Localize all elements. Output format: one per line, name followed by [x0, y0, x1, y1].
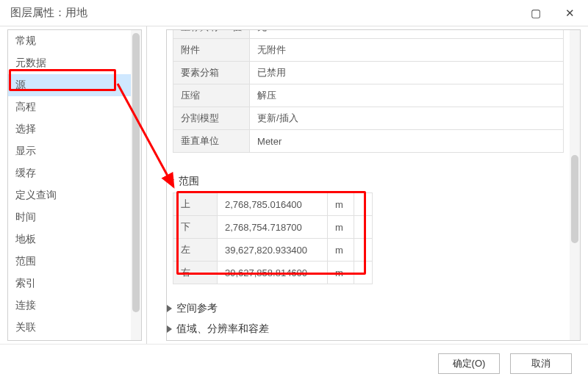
section-label-domain: 值域、分辨率和容差 — [176, 322, 269, 336]
chevron-right-icon — [167, 305, 172, 312]
info-key: 要素分箱 — [173, 62, 250, 84]
close-button[interactable]: ✕ — [553, 1, 587, 25]
sidebar-item[interactable]: 时间 — [8, 206, 131, 228]
content-canvas: 坐标具有 M 值无附件无附件要素分箱已禁用压缩解压分割模型更新/插入垂直单位Me… — [167, 29, 570, 340]
sidebar-item[interactable]: 索引 — [8, 273, 131, 295]
ok-button[interactable]: 确定(O) — [438, 353, 500, 374]
extent-key: 上 — [173, 193, 218, 216]
extent-spacer — [354, 239, 373, 262]
sidebar-item[interactable]: 选择 — [8, 118, 131, 140]
info-key: 分割模型 — [173, 107, 250, 130]
sidebar-item[interactable]: 范围 — [8, 251, 131, 273]
window-title: 图层属性：用地 — [10, 6, 519, 20]
section-label-spatialref: 空间参考 — [176, 302, 218, 315]
chevron-right-icon — [167, 325, 172, 333]
section-label-extent: 范围 — [179, 175, 199, 188]
sidebar-item[interactable]: 显示 — [8, 140, 131, 162]
ok-label: 确定(O) — [453, 357, 486, 370]
sidebar-item-label: 缓存 — [15, 167, 36, 179]
sidebar-item[interactable]: 高程 — [8, 96, 131, 118]
content-scrollbar[interactable] — [570, 30, 580, 340]
sidebar-item-label: 时间 — [15, 211, 36, 223]
sidebar-panel: 常规元数据源高程选择显示缓存定义查询时间地板范围索引连接关联页面查询 — [0, 26, 147, 344]
sidebar-item-label: 地板 — [15, 233, 36, 245]
sidebar-item-label: 索引 — [15, 277, 36, 289]
sidebar-item-label: 源 — [15, 79, 26, 90]
content-panel: 坐标具有 M 值无附件无附件要素分箱已禁用压缩解压分割模型更新/插入垂直单位Me… — [147, 26, 588, 344]
extent-unit: m — [328, 262, 354, 284]
extent-value: 2,768,785.016400 — [218, 193, 328, 216]
info-key: 垂直单位 — [173, 130, 250, 153]
sidebar-item-label: 元数据 — [15, 57, 46, 68]
info-key: 压缩 — [173, 84, 250, 107]
sidebar-item-label: 范围 — [15, 255, 36, 267]
extent-row: 左39,627,820.933400m — [173, 239, 373, 262]
sidebar-item-label: 连接 — [15, 299, 36, 311]
info-value: 已禁用 — [250, 62, 564, 84]
extent-value: 39,627,820.933400 — [218, 239, 328, 262]
content: 坐标具有 M 值无附件无附件要素分箱已禁用压缩解压分割模型更新/插入垂直单位Me… — [166, 29, 581, 341]
info-value: 更新/插入 — [250, 107, 564, 130]
info-value: Meter — [250, 130, 564, 153]
section-header-domain[interactable]: 值域、分辨率和容差 — [167, 322, 564, 336]
extent-table: 上2,768,785.016400m 下2,768,754.718700m 左3… — [173, 192, 373, 284]
cancel-button[interactable]: 取消 — [510, 353, 572, 374]
extent-row: 右39,627,858.814600m — [173, 262, 373, 284]
extent-unit: m — [328, 193, 354, 216]
extent-row: 下2,768,754.718700m — [173, 216, 373, 239]
info-value: 解压 — [250, 84, 564, 107]
extent-key: 下 — [173, 216, 218, 239]
footer: 确定(O) 取消 — [0, 344, 588, 382]
sidebar-item[interactable]: 源 — [8, 74, 131, 96]
info-key: 附件 — [173, 39, 250, 62]
maximize-button[interactable]: ▢ — [519, 1, 553, 25]
extent-value: 39,627,858.814600 — [218, 262, 328, 284]
content-scroll-thumb[interactable] — [571, 155, 578, 243]
info-row: 分割模型更新/插入 — [173, 107, 564, 130]
info-value: 无 — [250, 29, 564, 39]
section-header-extent[interactable]: 范围 — [167, 175, 564, 188]
extent-spacer — [354, 216, 373, 239]
sidebar-item[interactable]: 地板 — [8, 228, 131, 251]
sidebar-item-label: 高程 — [15, 101, 36, 112]
sidebar-item-label: 显示 — [15, 145, 36, 156]
extent-unit: m — [328, 239, 354, 262]
extent-spacer — [354, 193, 373, 216]
sidebar-item-label: 定义查询 — [15, 189, 57, 201]
info-row: 垂直单位Meter — [173, 130, 564, 153]
chevron-down-icon — [167, 179, 174, 184]
sidebar-item-label: 选择 — [15, 123, 36, 134]
maximize-icon: ▢ — [531, 7, 541, 20]
extent-unit: m — [328, 216, 354, 239]
section-header-spatialref[interactable]: 空间参考 — [167, 302, 564, 315]
sidebar-scroll-thumb[interactable] — [132, 33, 140, 312]
sidebar-scrollbar[interactable] — [131, 30, 141, 340]
sidebar-item[interactable]: 元数据 — [8, 52, 131, 74]
close-icon: ✕ — [565, 7, 575, 20]
sidebar-item[interactable]: 关联 — [8, 317, 131, 339]
sidebar-item[interactable]: 常规 — [8, 30, 131, 52]
extent-key: 右 — [173, 262, 218, 284]
extent-key: 左 — [173, 239, 218, 262]
sidebar-item[interactable]: 页面查询 — [8, 339, 131, 341]
sidebar-item[interactable]: 缓存 — [8, 162, 131, 184]
info-table: 坐标具有 M 值无附件无附件要素分箱已禁用压缩解压分割模型更新/插入垂直单位Me… — [173, 29, 564, 153]
dialog-body: 常规元数据源高程选择显示缓存定义查询时间地板范围索引连接关联页面查询 坐标具有 … — [0, 26, 588, 344]
sidebar-item[interactable]: 定义查询 — [8, 184, 131, 206]
info-key: 坐标具有 M 值 — [173, 29, 250, 39]
info-value: 无附件 — [250, 39, 564, 62]
extent-value: 2,768,754.718700 — [218, 216, 328, 239]
sidebar-item-label: 常规 — [15, 35, 36, 46]
titlebar: 图层属性：用地 ▢ ✕ — [0, 0, 588, 26]
info-row: 附件无附件 — [173, 39, 564, 62]
sidebar-items: 常规元数据源高程选择显示缓存定义查询时间地板范围索引连接关联页面查询 — [8, 30, 131, 341]
info-row: 要素分箱已禁用 — [173, 62, 564, 84]
sidebar-item[interactable]: 连接 — [8, 295, 131, 317]
cancel-label: 取消 — [531, 357, 551, 370]
info-row: 压缩解压 — [173, 84, 564, 107]
sidebar: 常规元数据源高程选择显示缓存定义查询时间地板范围索引连接关联页面查询 — [7, 29, 142, 341]
sidebar-item-label: 关联 — [15, 321, 36, 333]
layer-properties-window: 图层属性：用地 ▢ ✕ 常规元数据源高程选择显示缓存定义查询时间地板范围索引连接… — [0, 0, 588, 382]
extent-row: 上2,768,785.016400m — [173, 193, 373, 216]
info-row: 坐标具有 M 值无 — [173, 29, 564, 39]
